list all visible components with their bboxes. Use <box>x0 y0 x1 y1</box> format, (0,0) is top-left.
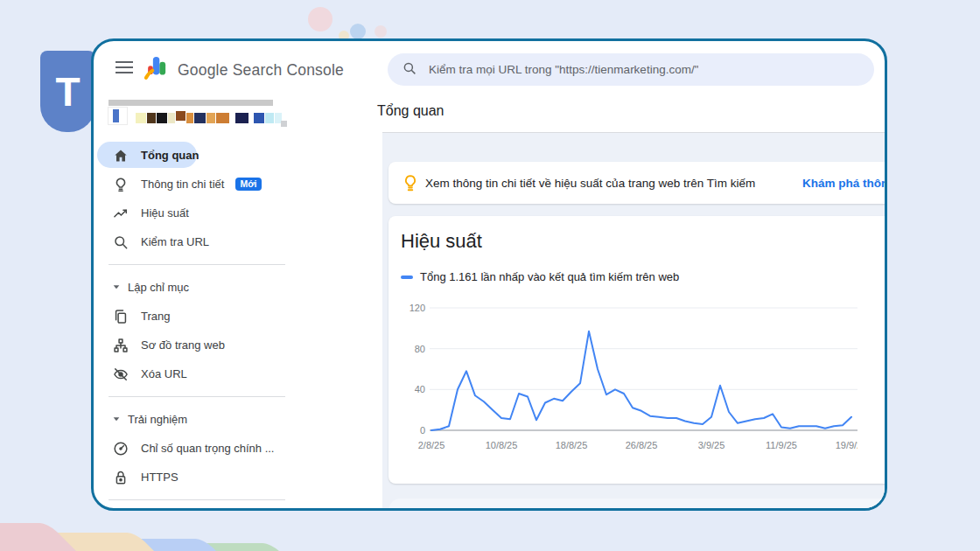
caret-down-icon <box>112 413 121 426</box>
redaction-block <box>254 113 264 123</box>
sidebar-divider <box>108 396 285 397</box>
sidebar-item[interactable]: HTTPS <box>94 463 388 492</box>
sidebar-item[interactable]: Xóa URL <box>94 359 388 388</box>
sidebar-nav: Tổng quanThông tin chi tiếtMớiHiệu suấtK… <box>94 141 388 508</box>
svg-text:40: 40 <box>415 384 425 394</box>
svg-text:2/8/25: 2/8/25 <box>418 440 445 450</box>
svg-text:80: 80 <box>415 344 425 354</box>
redaction-block <box>168 113 175 123</box>
brand-badge-letter: T <box>55 68 80 115</box>
legend-dash-icon <box>401 276 413 279</box>
hamburger-menu-icon[interactable] <box>115 59 134 76</box>
eye-off-icon <box>112 366 130 383</box>
sidebar-item-label: Chỉ số quan trọng chính ... <box>141 442 274 455</box>
clicks-chart[interactable]: 040801202/8/2510/8/2518/8/2526/8/253/9/2… <box>388 300 858 462</box>
lightbulb-icon <box>401 173 420 192</box>
explore-insights-link[interactable]: Khám phá thông tin chi tiết <box>802 177 887 190</box>
sidebar-item-label: Sơ đồ trang web <box>141 338 225 352</box>
redaction-block <box>194 113 206 123</box>
section-label: Lập chỉ mục <box>128 281 189 294</box>
redaction-block <box>157 113 167 123</box>
magnifier-icon <box>112 234 130 251</box>
sidebar-item[interactable]: Tổng quan <box>94 141 388 170</box>
redaction-block <box>147 113 156 123</box>
property-name-redaction-mosaic[interactable] <box>136 111 282 123</box>
sidebar-item[interactable]: Sơ đồ trang web <box>94 331 388 359</box>
svg-text:26/8/25: 26/8/25 <box>626 440 658 450</box>
next-card-partial <box>388 499 887 511</box>
redaction-block <box>176 111 186 121</box>
svg-text:19/9/25: 19/9/25 <box>836 440 858 450</box>
sidebar-item[interactable]: Thông tin chi tiếtMới <box>94 170 388 199</box>
sitemap-icon <box>112 337 130 354</box>
property-name-redaction-bar <box>108 100 273 106</box>
redaction-block <box>216 113 229 123</box>
brand-badge: T <box>40 51 95 132</box>
performance-card: Hiệu suất Tổng 1.161 lần nhấp vào kết qu… <box>388 216 887 484</box>
svg-text:10/8/25: 10/8/25 <box>486 440 518 450</box>
redaction-block <box>136 113 146 123</box>
property-favicon <box>108 108 127 124</box>
svg-text:11/9/25: 11/9/25 <box>766 440 797 450</box>
property-redaction-fragment <box>281 121 287 127</box>
url-inspection-search-input[interactable]: Kiểm tra mọi URL trong "https://tienmark… <box>388 53 874 86</box>
sidebar-item[interactable]: Chỉ số quan trọng chính ... <box>94 434 388 463</box>
chart-legend: Tổng 1.161 lần nhấp vào kết quả tìm kiếm… <box>401 270 679 283</box>
sidebar-item-label: Xóa URL <box>141 367 187 380</box>
legend-label: Tổng 1.161 lần nhấp vào kết quả tìm kiếm… <box>420 270 679 283</box>
sidebar-item[interactable]: Hiệu suất <box>94 199 388 227</box>
home-icon <box>112 147 130 164</box>
insights-banner: Xem thông tin chi tiết về hiệu suất của … <box>388 162 887 204</box>
banner-text: Xem thông tin chi tiết về hiệu suất của … <box>425 177 755 190</box>
sidebar-divider <box>108 499 285 500</box>
redaction-block <box>186 113 193 123</box>
decorative-circle <box>350 24 366 39</box>
performance-card-title: Hiệu suất <box>401 230 482 253</box>
gauge-icon <box>112 440 130 457</box>
app-window: Google Search Console Kiểm tra mọi URL t… <box>91 38 887 511</box>
sidebar-item[interactable]: Kiểm tra URL <box>94 227 388 256</box>
svg-text:120: 120 <box>410 303 425 313</box>
sidebar-section-header[interactable]: Lập chỉ mục <box>94 273 388 302</box>
sidebar-section-header[interactable]: Trải nghiệm <box>94 405 388 434</box>
redaction-block <box>249 113 253 123</box>
svg-text:18/8/25: 18/8/25 <box>556 440 588 450</box>
sidebar-item-label: Tổng quan <box>141 149 199 162</box>
redaction-block <box>230 113 234 123</box>
redaction-block <box>235 113 248 123</box>
pages-icon <box>112 308 130 325</box>
caret-down-icon <box>112 281 121 294</box>
lock-icon <box>112 469 130 486</box>
sidebar-item-label: Hiệu suất <box>141 206 189 220</box>
decorative-circle <box>308 7 332 31</box>
trending-up-icon <box>112 205 130 222</box>
page-title: Tổng quan <box>377 103 444 119</box>
redaction-block <box>265 113 274 123</box>
sidebar-item-label: Kiểm tra URL <box>141 235 209 248</box>
search-icon <box>402 60 417 80</box>
lightbulb-icon <box>112 176 130 193</box>
clicks-line-chart-svg: 040801202/8/2510/8/2518/8/2526/8/253/9/2… <box>388 300 858 462</box>
app-title: Google Search Console <box>178 61 344 80</box>
svg-text:3/9/25: 3/9/25 <box>698 440 725 450</box>
header-divider <box>382 132 887 133</box>
sidebar-item[interactable]: Trang <box>94 302 388 331</box>
decorative-circle <box>374 25 387 38</box>
sidebar-item-label: Thông tin chi tiết <box>141 178 224 191</box>
sidebar-divider <box>108 264 285 265</box>
svg-text:0: 0 <box>420 425 425 436</box>
section-label: Trải nghiệm <box>128 413 187 426</box>
redaction-block <box>206 113 215 123</box>
new-badge: Mới <box>235 178 261 192</box>
page-background: T Google Search Console Kiểm tra mọi URL… <box>0 0 980 551</box>
sidebar-item-label: HTTPS <box>141 471 178 484</box>
sidebar-item-label: Trang <box>141 310 170 323</box>
search-console-logo-icon <box>144 53 172 81</box>
search-placeholder: Kiểm tra mọi URL trong "https://tienmark… <box>429 63 698 76</box>
